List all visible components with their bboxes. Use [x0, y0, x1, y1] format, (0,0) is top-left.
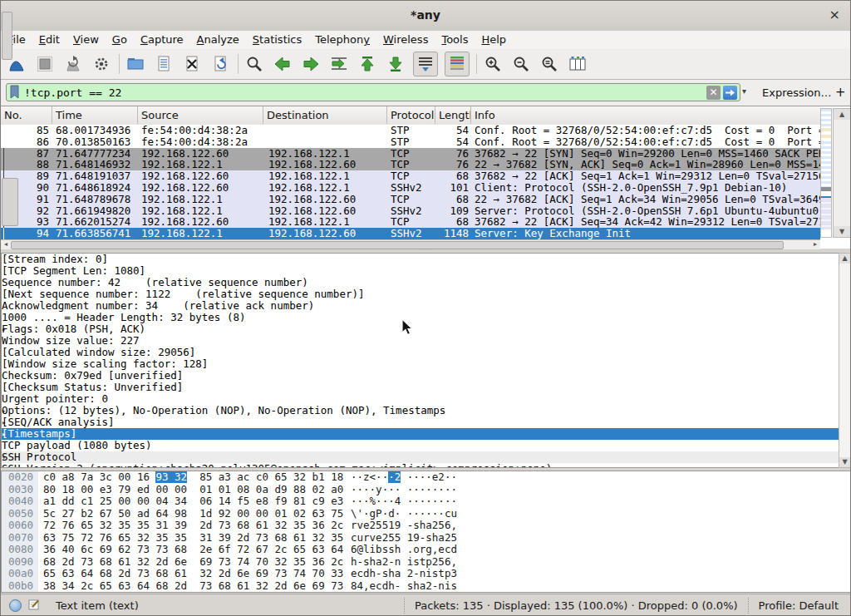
hex-row[interactable]: 0090 68 2d 73 68 61 32 2d 6e 69 73 74 70… — [2, 556, 851, 569]
zoom-in-icon[interactable] — [482, 52, 504, 76]
detail-row[interactable]: Window size value: 227 — [2, 335, 839, 347]
detail-row[interactable]: [Next sequence number: 1122 (relative se… — [2, 288, 839, 300]
detail-row[interactable]: [TCP Segment Len: 1080] — [2, 265, 839, 277]
detail-row[interactable]: Urgent pointer: 0 — [2, 393, 839, 405]
detail-row[interactable]: [Checksum Status: Unverified] — [2, 382, 839, 393]
hex-row[interactable]: 0030 80 18 00 e3 79 ed 00 00 01 01 08 0a… — [2, 484, 851, 496]
hex-row[interactable]: 0020 c0 a8 7a 3c 00 16 93 32 85 a3 ac c0… — [2, 471, 851, 484]
packet-row[interactable]: 89 71.648191037 192.168.122.60 192.168.1… — [1, 170, 820, 182]
hex-row[interactable]: 0080 36 40 6c 69 62 73 73 68 2e 6f 72 67… — [2, 544, 851, 556]
clear-filter-icon[interactable]: ✕ — [706, 86, 721, 100]
last-packet-icon[interactable] — [385, 52, 406, 76]
hex-row[interactable]: 00b0 38 34 2c 65 63 64 68 2d 73 68 61 32… — [2, 580, 851, 593]
column-header[interactable]: No. — [1, 106, 52, 124]
detail-row[interactable]: ▸ [SEQ/ACK analysis] — [2, 416, 839, 428]
goto-packet-icon[interactable] — [328, 52, 350, 76]
zoom-out-icon[interactable] — [510, 52, 532, 76]
packet-row[interactable]: 94 71.663856741 192.168.122.1 192.168.12… — [1, 228, 820, 239]
packet-list-pane: No.TimeSourceDestinationProtocolLengthIn… — [1, 106, 851, 249]
scrollbar-thumb[interactable] — [2, 178, 18, 226]
detail-row[interactable]: ▾ SSH Protocol — [2, 451, 839, 463]
previous-packet-icon[interactable] — [272, 52, 293, 76]
packet-row[interactable]: 93 71.662015274 192.168.122.60 192.168.1… — [1, 216, 820, 228]
capture-comment-icon[interactable] — [28, 599, 41, 614]
hex-row[interactable]: 00a0 65 63 64 68 2d 73 68 61 32 2d 6e 69… — [2, 568, 851, 580]
column-header[interactable]: Time — [52, 106, 138, 124]
column-header[interactable]: Source — [138, 106, 263, 124]
add-filter-button[interactable]: + — [835, 85, 846, 100]
restart-capture-icon[interactable] — [62, 52, 84, 76]
packet-row[interactable]: 92 71.661949820 192.168.122.1 192.168.12… — [1, 205, 820, 217]
expert-info-icon[interactable] — [9, 599, 22, 612]
scrollbar-thumb[interactable] — [2, 12, 12, 60]
packet-row[interactable]: 86 70.013850163 fe:54:00:d4:38:2a STP 54… — [1, 136, 820, 148]
hex-row[interactable]: 0040 a1 dd c1 25 00 00 04 34 06 14 f5 e8… — [2, 495, 851, 508]
menu-item[interactable]: Go — [106, 31, 134, 49]
close-window-button[interactable]: × — [829, 7, 840, 23]
hex-row[interactable]: 0050 5c 27 b2 67 50 ad 64 98 1d 92 00 00… — [2, 508, 851, 520]
packet-row[interactable]: 88 71.648146932 192.168.122.1 192.168.12… — [1, 159, 820, 170]
menu-item[interactable]: Help — [475, 31, 513, 49]
find-packet-icon[interactable] — [243, 52, 265, 76]
capture-options-icon[interactable] — [91, 52, 112, 76]
hex-row[interactable]: 0060 72 76 65 32 35 35 31 39 2d 73 68 61… — [2, 520, 851, 532]
column-header[interactable]: Destination — [263, 106, 387, 124]
details-vertical-scrollbar[interactable]: ▲ ▼ — [839, 253, 851, 468]
detail-row[interactable]: Acknowledgment number: 34 (relative ack … — [2, 300, 839, 312]
apply-filter-icon[interactable] — [723, 86, 737, 100]
intelligent-scrollbar-minimap[interactable] — [820, 108, 832, 238]
first-packet-icon[interactable] — [357, 52, 378, 76]
scroll-down-icon[interactable]: ▼ — [839, 457, 850, 467]
save-file-icon[interactable] — [153, 52, 175, 76]
auto-scroll-icon[interactable] — [413, 52, 438, 76]
next-packet-icon[interactable] — [300, 52, 322, 76]
menu-item[interactable]: Wireless — [376, 31, 435, 49]
expression-button[interactable]: Expression… — [762, 86, 832, 99]
bookmark-icon[interactable] — [9, 85, 21, 100]
zoom-original-icon[interactable] — [539, 52, 560, 76]
detail-row[interactable]: [Calculated window size: 29056] — [2, 347, 839, 358]
filter-toolbar: ✕ ▾ Expression… + — [1, 80, 850, 106]
reload-file-icon[interactable] — [209, 52, 231, 76]
menu-item[interactable]: Edit — [32, 31, 66, 49]
scroll-up-icon[interactable]: ▲ — [839, 254, 850, 264]
display-filter-field[interactable]: ✕ — [6, 83, 740, 101]
detail-row[interactable]: ▸ Options: (12 bytes), No-Operation (NOP… — [2, 405, 839, 416]
menu-item[interactable]: Statistics — [246, 31, 308, 49]
detail-row[interactable]: [Window size scaling factor: 128] — [2, 358, 839, 370]
scroll-down-icon[interactable]: ▼ — [834, 226, 850, 237]
column-header[interactable]: Info — [471, 106, 820, 124]
open-file-icon[interactable] — [125, 52, 146, 76]
packet-row[interactable]: 87 71.647777234 192.168.122.60 192.168.1… — [1, 148, 820, 160]
scroll-up-icon[interactable]: ▲ — [834, 109, 850, 120]
detail-row[interactable]: TCP payload (1080 bytes) — [2, 440, 839, 451]
filter-history-caret-icon[interactable]: ▾ — [742, 86, 746, 96]
detail-row[interactable]: ▸ [Timestamps] — [2, 428, 839, 440]
packet-row[interactable]: 91 71.648789678 192.168.122.1 192.168.12… — [1, 194, 820, 205]
toolbar-separator — [476, 54, 477, 74]
packet-list-vertical-scrollbar[interactable]: ▲ ▼ — [833, 108, 851, 238]
colorize-packets-icon[interactable] — [445, 52, 470, 76]
detail-row[interactable]: ▸ Flags: 0x018 (PSH, ACK) — [2, 323, 839, 335]
column-header[interactable]: Length — [435, 106, 471, 124]
display-filter-input[interactable] — [21, 86, 706, 99]
stop-capture-icon[interactable] — [34, 52, 56, 76]
menu-item[interactable]: Analyze — [190, 31, 246, 49]
menu-item[interactable]: View — [66, 31, 106, 49]
detail-row[interactable]: 1000 .... = Header Length: 32 bytes (8) — [2, 312, 839, 323]
detail-row[interactable]: Checksum: 0x79ed [unverified] — [2, 370, 839, 382]
menu-item[interactable]: Capture — [134, 31, 190, 49]
hex-row[interactable]: 0070 63 75 72 76 65 32 35 35 31 39 2d 73… — [2, 532, 851, 545]
toolbar-separator — [119, 54, 120, 74]
packet-row[interactable]: 85 68.001734936 fe:54:00:d4:38:2a STP 54… — [1, 125, 820, 136]
profile-status[interactable]: Profile: Default — [748, 598, 850, 614]
packet-row[interactable]: 90 71.648618924 192.168.122.60 192.168.1… — [1, 182, 820, 194]
menu-item[interactable]: Telephony — [308, 31, 376, 49]
column-header[interactable]: Protocol — [387, 106, 435, 124]
menubar: FileEditViewGoCaptureAnalyzeStatisticsTe… — [1, 31, 850, 49]
detail-row[interactable]: Sequence number: 42 (relative sequence n… — [2, 277, 839, 288]
close-file-icon[interactable] — [181, 52, 203, 76]
detail-row[interactable]: [Stream index: 0] — [2, 254, 839, 265]
resize-columns-icon[interactable] — [567, 52, 588, 76]
menu-item[interactable]: Tools — [435, 31, 475, 49]
